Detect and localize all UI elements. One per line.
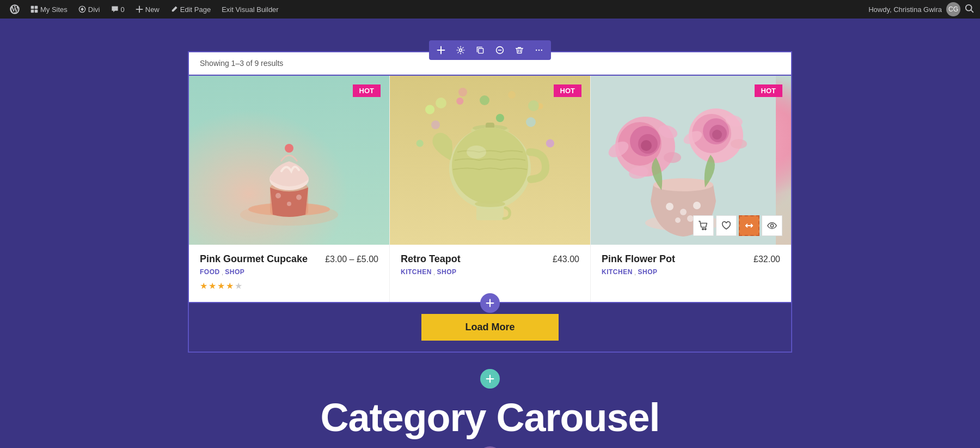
product-name-1: Pink Gourmet Cupcake	[200, 253, 308, 265]
wishlist-button[interactable]	[716, 215, 737, 236]
toolbar-disable-button[interactable]	[492, 43, 507, 58]
svg-point-13	[541, 50, 542, 51]
edit-page-label: Edit Page	[180, 5, 211, 14]
product-cat-kitchen-2[interactable]: KITCHEN	[401, 268, 432, 276]
svg-point-23	[458, 88, 467, 96]
svg-point-56	[653, 178, 713, 191]
new-menu[interactable]: New	[131, 0, 164, 19]
product-cats-1: FOOD , SHOP	[200, 268, 378, 276]
hot-badge-1: HOT	[353, 84, 381, 97]
svg-point-22	[436, 98, 446, 108]
divi-menu[interactable]: Divi	[74, 0, 105, 19]
load-more-section: Load More	[189, 302, 791, 352]
add-section-top-button[interactable]	[480, 293, 500, 313]
svg-rect-3	[31, 10, 34, 13]
star-2: ★	[209, 281, 216, 291]
svg-rect-1	[31, 6, 34, 9]
toolbar-add-button[interactable]	[433, 43, 449, 58]
svg-point-24	[480, 95, 489, 105]
svg-rect-8	[479, 49, 483, 53]
product-image-2[interactable]: HOT	[390, 76, 590, 245]
edit-page-menu[interactable]: Edit Page	[166, 0, 215, 19]
product-name-row-2: Retro Teapot £43.00	[401, 253, 579, 265]
module-toolbar	[429, 40, 551, 60]
product-info-2: Retro Teapot £43.00 KITCHEN , SHOP	[390, 245, 590, 287]
hot-badge-3: HOT	[755, 84, 782, 97]
toolbar-delete-button[interactable]	[512, 43, 527, 58]
below-section: Category Carousel	[188, 353, 792, 448]
product-cat-shop[interactable]: SHOP	[225, 268, 244, 276]
svg-point-26	[528, 100, 539, 111]
svg-point-19	[296, 195, 302, 200]
svg-point-17	[275, 193, 281, 198]
stars-row-1: ★ ★ ★ ★ ★	[200, 281, 378, 291]
product-price-2: £43.00	[553, 255, 579, 264]
svg-point-58	[680, 209, 687, 215]
hot-badge-2: HOT	[554, 84, 581, 97]
svg-point-54	[731, 139, 747, 149]
my-sites-menu[interactable]: My Sites	[26, 0, 72, 19]
svg-point-51	[712, 130, 722, 140]
user-greeting: Howdy, Christina Gwira	[868, 5, 942, 14]
svg-point-7	[460, 49, 462, 52]
svg-point-21	[285, 144, 293, 153]
svg-point-36	[475, 201, 505, 207]
svg-point-64	[770, 224, 773, 227]
product-cat-food[interactable]: FOOD	[200, 268, 220, 276]
toolbar-settings-button[interactable]	[453, 43, 468, 58]
svg-point-25	[508, 91, 516, 99]
product-image-3[interactable]: HOT	[591, 76, 791, 245]
star-4: ★	[226, 281, 234, 291]
product-name-2: Retro Teapot	[401, 253, 461, 265]
search-icon[interactable]	[965, 4, 975, 15]
star-1: ★	[200, 281, 207, 291]
toolbar-more-button[interactable]	[531, 43, 547, 58]
svg-point-33	[452, 128, 528, 204]
svg-point-60	[675, 217, 681, 223]
cupcake-image	[189, 76, 389, 245]
product-name-row-1: Pink Gourmet Cupcake £3.00 – £5.00	[200, 253, 378, 265]
load-more-button[interactable]: Load More	[421, 314, 558, 341]
comments-menu[interactable]: 0	[107, 0, 129, 19]
product-image-1[interactable]: HOT	[189, 76, 389, 245]
product-cats-2: KITCHEN , SHOP	[401, 268, 579, 276]
svg-point-18	[287, 202, 291, 206]
admin-bar-right: Howdy, Christina Gwira CG	[868, 2, 975, 16]
star-3: ★	[217, 281, 225, 291]
quick-view-button[interactable]	[762, 215, 782, 236]
wp-logo[interactable]	[5, 0, 24, 19]
products-section: Showing 1–3 of 9 results	[188, 51, 792, 353]
svg-point-6	[966, 4, 972, 10]
exit-builder-label: Exit Visual Builder	[222, 5, 279, 14]
product-name-row-3: Pink Flower Pot £32.00	[602, 253, 780, 265]
product-cat-shop-3[interactable]: SHOP	[638, 268, 657, 276]
product-card-3: HOT	[591, 76, 791, 302]
teapot-image	[390, 76, 590, 245]
svg-point-27	[431, 120, 440, 129]
product-card-1: HOT Pink Gourmet Cupcake £3.00 – £5.00 F…	[189, 76, 390, 302]
svg-point-57	[666, 203, 673, 210]
svg-point-59	[693, 202, 701, 209]
toolbar-clone-button[interactable]	[473, 43, 488, 58]
new-label: New	[145, 5, 160, 14]
svg-point-62	[702, 228, 704, 230]
product-cat-shop-2[interactable]: SHOP	[437, 268, 456, 276]
products-grid: HOT Pink Gourmet Cupcake £3.00 – £5.00 F…	[189, 75, 791, 302]
svg-point-28	[526, 117, 536, 127]
svg-point-11	[536, 50, 537, 51]
svg-point-34	[467, 146, 486, 159]
product-card-2: HOT Retro Teapot £43.00 KITCHEN , SHOP	[390, 76, 591, 302]
category-carousel-text: Category Carousel	[320, 395, 659, 440]
svg-rect-4	[35, 10, 38, 13]
exit-visual-builder[interactable]: Exit Visual Builder	[217, 0, 283, 19]
my-sites-label: My Sites	[40, 5, 68, 14]
user-avatar[interactable]: CG	[946, 2, 960, 16]
product-actions-3	[693, 215, 782, 236]
product-name-3: Pink Flower Pot	[602, 253, 675, 265]
add-to-cart-button[interactable]	[693, 215, 714, 236]
main-container: Showing 1–3 of 9 results	[188, 51, 792, 448]
svg-rect-2	[35, 6, 38, 9]
add-row-button[interactable]	[480, 369, 500, 389]
compare-button[interactable]	[739, 215, 759, 236]
product-cat-kitchen-3[interactable]: KITCHEN	[602, 268, 633, 276]
